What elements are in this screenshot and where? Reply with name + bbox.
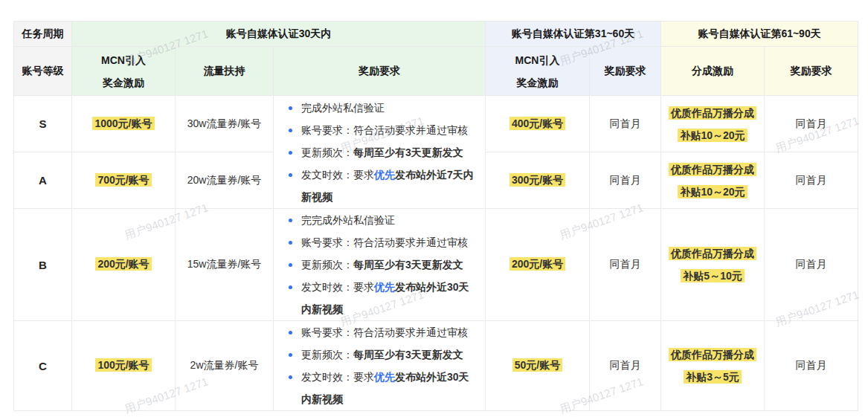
share-incentive-highlight: 优质作品万播分成: [669, 348, 756, 361]
share-incentive-cell-c: 优质作品万播分成补贴3～5元: [661, 321, 765, 411]
table-row-b: B 200元/账号 15w流量券/账号 完完成外站私信验证账号要求：符合活动要求…: [14, 209, 858, 321]
share-incentive-highlight: 补贴3～5元: [684, 370, 742, 384]
level-cell-b: B: [14, 209, 72, 321]
share-incentive-line: 优质作品万播分成: [662, 158, 763, 181]
header-group-31-60d: 账号自媒体认证第31~60天: [486, 22, 661, 47]
header-mcn-line1: MCN引入: [73, 49, 174, 71]
header-mcn-bonus-31-60d: MCN引入 奖金激励: [486, 47, 590, 96]
bonus-highlight: 300元/账号: [509, 173, 565, 187]
bullet-dot-icon: [289, 219, 292, 222]
requirement-bullet: 账号要求：符合活动要求并通过审核: [286, 119, 479, 141]
reward-req-61-90d-cell-c: 同首月: [765, 321, 858, 411]
requirement-text-segment: 账号要求：符合活动要求并通过审核: [301, 124, 468, 136]
level-cell-s: S: [14, 96, 72, 152]
header-group-30d: 账号自媒体认证30天内: [72, 22, 486, 47]
requirement-text-segment: 优先: [374, 371, 395, 383]
header-share-incentive: 分成激励: [661, 47, 765, 96]
bonus-highlight: 200元/账号: [95, 257, 151, 271]
bullet-dot-icon: [289, 106, 292, 110]
bonus-highlight: 700元/账号: [95, 173, 151, 187]
bullet-dot-icon: [289, 241, 292, 245]
requirement-text-segment: 完完成外站私信验证: [301, 214, 395, 226]
share-incentive-highlight: 补贴10～20元: [678, 129, 747, 142]
share-incentive-highlight: 优质作品万播分成: [669, 163, 756, 176]
requirement-text-segment: 发文时效：要求: [301, 371, 374, 383]
traffic-cell-c: 2w流量券/账号: [176, 321, 274, 411]
header-mcn-line2: 奖金激励: [73, 71, 174, 94]
header-mcn-bonus-30d: MCN引入 奖金激励: [72, 47, 176, 96]
header-row-columns: 账号等级 MCN引入 奖金激励 流量扶持 奖励要求 MCN引入 奖金激励 奖励要…: [14, 47, 858, 96]
bonus-highlight: 50元/账号: [512, 358, 562, 372]
requirement-bullet: 发文时效：要求优先发布站外近30天内新视频: [286, 276, 479, 320]
bullet-dot-icon: [289, 263, 292, 267]
share-incentive-line: 优质作品万播分成: [662, 102, 763, 124]
bullet-dot-icon: [289, 173, 292, 177]
share-incentive-line: 补贴3～5元: [662, 366, 763, 388]
requirement-bullet: 发文时效：要求优先发布站外近30天内新视频: [286, 366, 479, 410]
level-cell-c: C: [14, 321, 72, 411]
bonus-31-60d-cell-c: 50元/账号: [486, 321, 590, 411]
page: 任务周期 账号自媒体认证30天内 账号自媒体认证第31~60天 账号自媒体认证第…: [0, 0, 868, 417]
requirement-text-segment: 每周至少有3天更新发文: [353, 349, 463, 361]
table-row-c: C 100元/账号 2w流量券/账号 账号要求：符合活动要求并通过审核更新频次：…: [14, 321, 858, 411]
requirements-cell-b: 完完成外站私信验证账号要求：符合活动要求并通过审核更新频次：每周至少有3天更新发…: [274, 209, 486, 321]
requirement-text-segment: 更新频次：: [301, 349, 353, 361]
reward-req-31-60d-cell-a: 同首月: [590, 152, 661, 209]
share-incentive-line: 补贴10～20元: [662, 181, 763, 203]
bullet-dot-icon: [289, 285, 292, 289]
share-incentive-cell-a: 优质作品万播分成补贴10～20元: [661, 152, 765, 209]
bonus-30d-cell-s: 1000元/账号: [72, 96, 176, 152]
reward-req-31-60d-cell-b: 同首月: [590, 209, 661, 321]
header-group-61-90d: 账号自媒体认证第61~90天: [661, 22, 858, 47]
requirement-text-segment: 发文时效：要求: [301, 281, 374, 293]
header-reward-req-31-60d: 奖励要求: [590, 47, 661, 96]
requirement-bullet: 发文时效：要求优先发布站外近7天内新视频: [286, 164, 479, 208]
traffic-cell-s: 30w流量券/账号: [176, 96, 274, 152]
requirement-text-segment: 优先: [374, 169, 395, 181]
bullet-dot-icon: [289, 129, 292, 132]
share-incentive-line: 补贴5～10元: [662, 265, 763, 287]
share-incentive-highlight: 补贴10～20元: [678, 185, 747, 198]
bullet-dot-icon: [289, 331, 292, 334]
bonus-30d-cell-a: 700元/账号: [72, 152, 176, 209]
requirement-bullet: 更新频次：每周至少有3天更新发文: [286, 141, 479, 164]
reward-req-61-90d-cell-b: 同首月: [765, 209, 858, 321]
traffic-cell-a: 20w流量券/账号: [176, 152, 274, 209]
share-incentive-highlight: 优质作品万播分成: [669, 247, 756, 260]
header-task-cycle: 任务周期: [14, 22, 72, 47]
requirement-text-segment: 账号要求：符合活动要求并通过审核: [301, 326, 468, 338]
header-reward-req-61-90d: 奖励要求: [765, 47, 858, 96]
reward-req-61-90d-cell-s: 同首月: [765, 96, 858, 152]
requirement-text-segment: 发文时效：要求: [301, 169, 374, 181]
bonus-31-60d-cell-a: 300元/账号: [486, 152, 590, 209]
header-mcn-line1: MCN引入: [486, 49, 588, 71]
requirement-bullet: 更新频次：每周至少有3天更新发文: [286, 343, 479, 366]
requirement-bullet: 完完成外站私信验证: [286, 209, 479, 231]
reward-req-61-90d-cell-a: 同首月: [765, 152, 858, 209]
header-row-groups: 任务周期 账号自媒体认证30天内 账号自媒体认证第31~60天 账号自媒体认证第…: [14, 22, 858, 47]
bonus-30d-cell-c: 100元/账号: [72, 321, 176, 411]
reward-req-31-60d-cell-s: 同首月: [590, 96, 661, 152]
bonus-highlight: 200元/账号: [509, 257, 565, 271]
bonus-highlight: 400元/账号: [509, 117, 565, 130]
bonus-30d-cell-b: 200元/账号: [72, 209, 176, 321]
header-account-level: 账号等级: [14, 47, 72, 96]
share-incentive-cell-s: 优质作品万播分成补贴10～20元: [661, 96, 765, 152]
bonus-highlight: 1000元/账号: [92, 117, 154, 130]
bonus-highlight: 100元/账号: [95, 358, 151, 372]
incentive-table: 任务周期 账号自媒体认证30天内 账号自媒体认证第31~60天 账号自媒体认证第…: [13, 21, 858, 411]
requirement-text-segment: 更新频次：: [301, 146, 353, 158]
reward-req-31-60d-cell-c: 同首月: [590, 321, 661, 411]
share-incentive-highlight: 补贴5～10元: [681, 269, 744, 282]
bonus-31-60d-cell-b: 200元/账号: [486, 209, 590, 321]
requirements-cell-c: 账号要求：符合活动要求并通过审核更新频次：每周至少有3天更新发文发文时效：要求优…: [274, 321, 486, 411]
requirement-bullet: 账号要求：符合活动要求并通过审核: [286, 231, 479, 253]
traffic-cell-b: 15w流量券/账号: [176, 209, 274, 321]
share-incentive-line: 优质作品万播分成: [662, 343, 763, 366]
requirement-text-segment: 优先: [374, 281, 395, 293]
requirement-text-segment: 账号要求：符合活动要求并通过审核: [301, 236, 468, 248]
header-mcn-line2: 奖金激励: [486, 71, 588, 94]
requirement-bullet: 账号要求：符合活动要求并通过审核: [286, 321, 479, 343]
share-incentive-line: 补贴10～20元: [662, 124, 763, 146]
share-incentive-line: 优质作品万播分成: [662, 242, 763, 265]
